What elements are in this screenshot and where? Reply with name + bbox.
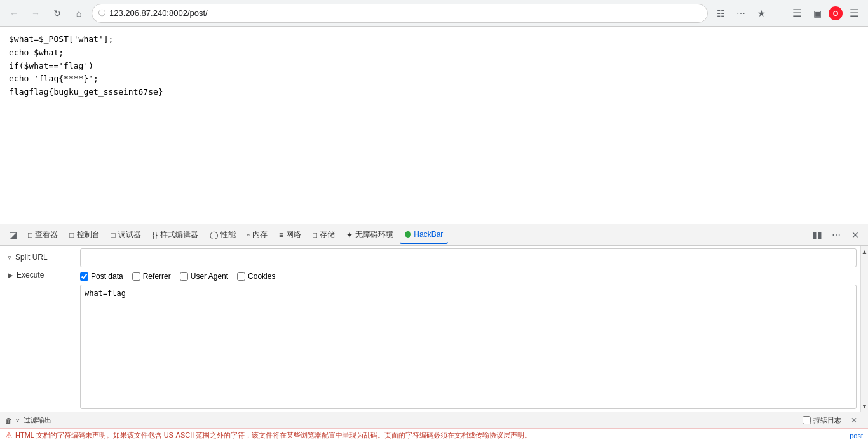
devtools-left-sidebar: ▿ Split URL ▶ Execute: [0, 246, 76, 412]
accessibility-icon: ✦: [346, 231, 353, 239]
tab-storage[interactable]: □ 存储: [308, 226, 340, 244]
hamburger-menu[interactable]: ☰: [845, 4, 863, 22]
inspector-label: 查看器: [35, 229, 58, 240]
storage-label: 存储: [320, 229, 335, 240]
post-data-check[interactable]: [80, 272, 88, 281]
devtools-dock-button[interactable]: ▮▮: [808, 226, 826, 244]
hackbar-url-input[interactable]: [80, 248, 857, 267]
code-line-3: if($what=='flag'): [9, 60, 859, 73]
devtools-main-area: Post data Referrer User Agent Cookies: [76, 246, 860, 412]
code-line-4: echo 'flag{****}';: [9, 72, 859, 86]
inspector-icon: □: [28, 231, 32, 239]
devtools-toolbar: ◪ □ 查看器 □ 控制台 □ 调试器 {} 样式编辑器 ◯ 性能 ▫ 内存 ≡…: [0, 224, 868, 246]
tab-style-editor[interactable]: {} 样式编辑器: [147, 226, 203, 244]
browser-chrome: ← → ↻ ⌂ ⓘ ☷ ⋯ ★ ☰ ▣ O ☰: [0, 0, 868, 27]
devtools-body: ▿ Split URL ▶ Execute Post data: [0, 246, 868, 412]
split-url-label: Split URL: [15, 253, 48, 262]
performance-label: 性能: [220, 229, 236, 240]
refresh-button[interactable]: ↻: [48, 4, 66, 22]
execute-label: Execute: [17, 271, 44, 279]
user-agent-label: User Agent: [191, 272, 228, 281]
url-input-area: [80, 248, 857, 269]
scroll-down-arrow[interactable]: ▼: [861, 401, 869, 410]
referrer-check[interactable]: [132, 272, 140, 281]
debugger-icon: □: [111, 231, 116, 239]
persist-log-checkbox[interactable]: 持续日志: [803, 415, 841, 425]
trash-icon: 🗑: [5, 417, 12, 424]
scrollbar-track[interactable]: [862, 257, 867, 400]
statusbar-close-button[interactable]: ✕: [845, 412, 863, 429]
referrer-checkbox[interactable]: Referrer: [132, 272, 171, 281]
security-icon: ⓘ: [98, 8, 105, 18]
code-line-2: echo $what;: [9, 46, 859, 60]
error-message: HTML 文档的字符编码未声明。如果该文件包含 US-ASCII 范围之外的字符…: [15, 431, 531, 440]
code-line-5: flagflag{bugku_get_ssseint67se}: [9, 86, 859, 99]
url-input[interactable]: [109, 8, 701, 18]
devtools-panel: ◪ □ 查看器 □ 控制台 □ 调试器 {} 样式编辑器 ◯ 性能 ▫ 内存 ≡…: [0, 224, 868, 442]
menu-dots-button[interactable]: ⋯: [732, 4, 750, 22]
hackbar-label: HackBar: [414, 230, 443, 239]
console-label: 控制台: [77, 229, 100, 240]
devtools-inspect-icon[interactable]: ◪: [4, 226, 22, 244]
user-agent-check[interactable]: [180, 272, 188, 281]
style-icon: {}: [153, 231, 158, 239]
scroll-up-arrow[interactable]: ▲: [861, 247, 869, 256]
code-line-1: $what=$_POST['what'];: [9, 33, 859, 46]
tab-memory[interactable]: ▫ 内存: [242, 226, 273, 244]
library-icon[interactable]: ☰: [788, 4, 806, 22]
split-url-icon: ▿: [8, 253, 11, 262]
referrer-label: Referrer: [143, 272, 171, 281]
performance-icon: ◯: [210, 231, 218, 239]
filter-icon: ▿: [16, 416, 20, 424]
devtools-more-button[interactable]: ⋯: [827, 226, 845, 244]
persist-log-check[interactable]: [803, 416, 811, 424]
devtools-scrollbar: ▲ ▼: [860, 246, 868, 412]
user-agent-checkbox[interactable]: User Agent: [180, 272, 228, 281]
filter-output-label[interactable]: 过滤输出: [24, 415, 51, 425]
post-data-textarea[interactable]: [80, 285, 857, 409]
tab-debugger[interactable]: □ 调试器: [106, 226, 146, 244]
memory-icon: ▫: [247, 231, 250, 239]
bookmarks-icon[interactable]: ☷: [712, 4, 729, 22]
devtools-statusbar: 🗑 ▿ 过滤输出 持续日志 ✕: [0, 412, 868, 428]
devtools-right-actions: ▮▮ ⋯ ✕: [808, 226, 864, 244]
network-icon: ≡: [279, 231, 283, 239]
persist-log-label: 持续日志: [813, 415, 841, 425]
tab-console[interactable]: □ 控制台: [64, 226, 104, 244]
page-content: $what=$_POST['what']; echo $what; if($wh…: [0, 27, 868, 224]
devtools-close-button[interactable]: ✕: [846, 226, 864, 244]
browser-actions: ☷ ⋯ ★ ☰ ▣ O ☰: [712, 4, 863, 22]
cookies-checkbox[interactable]: Cookies: [237, 272, 275, 281]
star-icon[interactable]: ★: [752, 4, 770, 22]
home-button[interactable]: ⌂: [70, 4, 88, 22]
network-label: 网络: [286, 229, 301, 240]
execute-button[interactable]: ▶ Execute: [3, 267, 73, 283]
storage-icon: □: [313, 231, 317, 239]
opera-button[interactable]: O: [829, 6, 843, 20]
tab-hackbar[interactable]: HackBar: [400, 226, 448, 244]
split-url-button[interactable]: ▿ Split URL: [3, 250, 73, 265]
execute-icon: ▶: [8, 271, 13, 279]
checkboxes-row: Post data Referrer User Agent Cookies: [80, 272, 857, 281]
address-bar: ⓘ: [92, 4, 708, 23]
cookies-label: Cookies: [248, 272, 275, 281]
memory-label: 内存: [252, 229, 268, 240]
tab-accessibility[interactable]: ✦ 无障碍环境: [341, 226, 398, 244]
hackbar-dot-icon: [405, 231, 411, 238]
error-icon: ⚠: [5, 431, 13, 440]
style-label: 样式编辑器: [160, 229, 198, 240]
post-data-label: Post data: [91, 272, 123, 281]
accessibility-label: 无障碍环境: [355, 229, 393, 240]
back-button[interactable]: ←: [5, 4, 23, 22]
tab-network[interactable]: ≡ 网络: [274, 226, 306, 244]
tab-icon[interactable]: ▣: [808, 4, 826, 22]
tab-performance[interactable]: ◯ 性能: [205, 226, 241, 244]
tab-inspector[interactable]: □ 查看器: [23, 226, 63, 244]
forward-button[interactable]: →: [27, 4, 44, 22]
error-bar: ⚠ HTML 文档的字符编码未声明。如果该文件包含 US-ASCII 范围之外的…: [0, 428, 868, 442]
post-data-checkbox[interactable]: Post data: [80, 272, 123, 281]
debugger-label: 调试器: [118, 229, 141, 240]
console-icon: □: [69, 231, 74, 239]
cookies-check[interactable]: [237, 272, 245, 281]
error-link[interactable]: post: [850, 432, 863, 439]
